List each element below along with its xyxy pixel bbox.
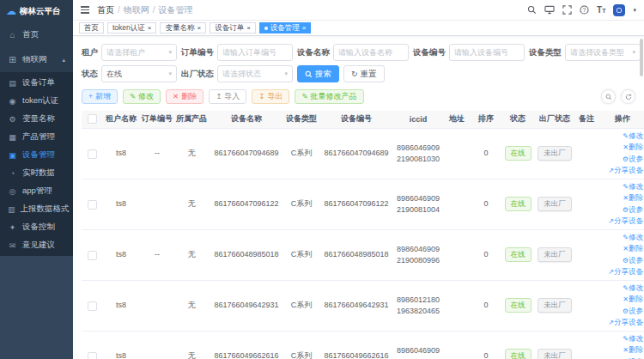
status-badge: 在线 (505, 197, 532, 211)
cell-operations: ✎修改✕删除⚙设参↗分享设备 (598, 128, 644, 179)
row-checkbox[interactable] (88, 301, 97, 311)
params-link[interactable]: ⚙设参 (600, 154, 643, 166)
edit-link[interactable]: ✎修改 (600, 131, 643, 143)
tab-设备管理[interactable]: 设备管理× (259, 22, 312, 33)
row-checkbox[interactable] (88, 352, 97, 359)
row-checkbox[interactable] (88, 149, 97, 159)
edit-link[interactable]: ✎修改 (600, 283, 643, 295)
factory-status-badge[interactable]: 未出厂 (538, 298, 572, 313)
factory-status-badge[interactable]: 未出厂 (538, 349, 572, 359)
question-icon[interactable]: ? (580, 5, 589, 15)
cell-operations: ✎修改✕删除⚙设参↗分享设备 (598, 331, 644, 359)
delete-link[interactable]: ✕删除 (600, 192, 643, 204)
sidebar-item-order[interactable]: ▤设备订单 (0, 74, 73, 92)
sidebar-item-variable[interactable]: ⚙变量名称 (0, 110, 73, 128)
sidebar-item-device_manage[interactable]: ▣设备管理 (0, 146, 73, 164)
breadcrumb-item[interactable]: 物联网 (124, 4, 149, 16)
font-size-icon[interactable]: TT (597, 5, 605, 15)
sidebar-item-token[interactable]: ◉token认证 (0, 92, 73, 110)
order-no-input[interactable]: 请输入订单编号 (217, 44, 293, 61)
monitor-icon[interactable] (544, 5, 555, 15)
row-checkbox[interactable] (88, 200, 97, 210)
download-button[interactable]: ↧导出 (252, 89, 289, 104)
sidebar-item-app_manage[interactable]: ◎app管理 (0, 182, 73, 200)
tab-设备订单[interactable]: 设备订单× (210, 22, 256, 33)
plus-button[interactable]: +新增 (82, 89, 118, 104)
close-icon[interactable]: × (148, 25, 152, 32)
chevron-down-icon[interactable]: ▾ (633, 7, 636, 14)
cell-tenant: ts8 (102, 280, 140, 331)
sidebar-collapse-icon[interactable] (81, 6, 89, 14)
status-badge: 在线 (505, 146, 532, 161)
upload-button[interactable]: ↥导入 (209, 89, 246, 104)
batch-edit-button[interactable]: ✎批量修改产品 (295, 89, 363, 104)
factory-status-badge[interactable]: 未出厂 (538, 146, 572, 161)
op-link-label: 分享设备 (614, 166, 643, 174)
share-link[interactable]: ↗分享设备 (600, 317, 643, 329)
tab-token认证[interactable]: token认证× (107, 22, 156, 33)
device-name-input[interactable]: 请输入设备名称 (333, 44, 409, 61)
sidebar-item-realtime[interactable]: ◔实时数据 (0, 164, 73, 182)
device-no-input[interactable]: 请输入设备编号 (449, 44, 525, 61)
sidebar-item-home[interactable]: ⌂ 首页 (0, 22, 73, 47)
close-icon[interactable]: × (197, 25, 201, 32)
app-root: ☁ 柳林云平台 ⌂ 首页 ⊞ 物联网 ▴ ▤设备订单◉token认证⚙变量名称▦… (0, 0, 644, 359)
share-icon: ↗ (608, 319, 614, 326)
search-icon[interactable] (527, 5, 537, 15)
cell-device-type: C系列 (284, 280, 319, 331)
factory-status-select[interactable]: 请选择状态 ▾ (217, 65, 293, 82)
cell-checkbox (82, 280, 102, 331)
avatar[interactable] (613, 4, 625, 16)
breadcrumb-item[interactable]: 首页 (97, 4, 114, 16)
select-all-checkbox[interactable] (88, 114, 97, 124)
sidebar-item-feedback[interactable]: ✉意见建议 (0, 236, 73, 254)
edit-link[interactable]: ✎修改 (600, 333, 643, 345)
params-link[interactable]: ⚙设参 (600, 356, 643, 359)
cell-product: 无 (174, 179, 209, 229)
edit-link[interactable]: ✎修改 (600, 232, 643, 244)
share-link[interactable]: ↗分享设备 (600, 266, 643, 278)
device-manage-icon: ▣ (8, 151, 17, 160)
reset-button[interactable]: ↻ 重置 (343, 65, 385, 82)
sidebar-item-report_format[interactable]: ▥上报数据格式 (0, 200, 73, 218)
search-button[interactable]: 搜索 (297, 65, 339, 82)
params-link[interactable]: ⚙设参 (600, 204, 643, 216)
toggle-search-button[interactable] (601, 89, 616, 104)
tab-首页[interactable]: 首页 (79, 22, 104, 33)
device-type-select[interactable]: 请选择设备类型 ▾ (565, 44, 641, 61)
column-header: 订单编号 (140, 111, 174, 128)
column-header: iccid (394, 111, 442, 128)
share-icon: ↗ (608, 217, 614, 225)
tab-变量名称[interactable]: 变量名称× (160, 22, 206, 33)
tenant-select[interactable]: 请选择租户 ▾ (101, 44, 177, 61)
params-link[interactable]: ⚙设参 (600, 255, 643, 267)
tab-label: 首页 (84, 23, 99, 33)
edit-link[interactable]: ✎修改 (600, 181, 643, 193)
cell-remark (574, 331, 598, 359)
status-select[interactable]: 在线 ▾ (101, 65, 177, 82)
scrollbar-thumb[interactable] (640, 39, 643, 76)
column-header: 状态 (501, 111, 535, 128)
factory-status-badge[interactable]: 未出厂 (538, 247, 572, 262)
delete-link[interactable]: ✕删除 (600, 142, 643, 154)
sidebar-item-product[interactable]: ▦产品管理 (0, 128, 73, 146)
cell-iccid: 89860469092190080763 (394, 331, 442, 359)
sidebar-item-iot[interactable]: ⊞ 物联网 ▴ (0, 47, 73, 72)
row-checkbox[interactable] (88, 251, 97, 260)
delete-link[interactable]: ✕删除 (600, 344, 643, 356)
close-icon[interactable]: × (246, 25, 251, 32)
params-link[interactable]: ⚙设参 (600, 306, 643, 318)
share-link[interactable]: ↗分享设备 (600, 165, 643, 177)
fullscreen-icon[interactable] (562, 5, 572, 15)
close-icon[interactable]: × (302, 25, 307, 32)
refresh-table-button[interactable] (621, 89, 635, 104)
sidebar-item-device_control[interactable]: ✦设备控制 (0, 218, 73, 236)
delete-button[interactable]: ✕删除 (166, 89, 204, 104)
cell-order-no: -- (140, 229, 174, 280)
edit-button[interactable]: ✎修改 (123, 89, 161, 104)
share-link[interactable]: ↗分享设备 (600, 216, 643, 228)
delete-link[interactable]: ✕删除 (600, 294, 643, 306)
delete-link[interactable]: ✕删除 (600, 243, 643, 255)
factory-status-badge[interactable]: 未出厂 (538, 197, 572, 211)
cell-order-no (140, 280, 174, 331)
